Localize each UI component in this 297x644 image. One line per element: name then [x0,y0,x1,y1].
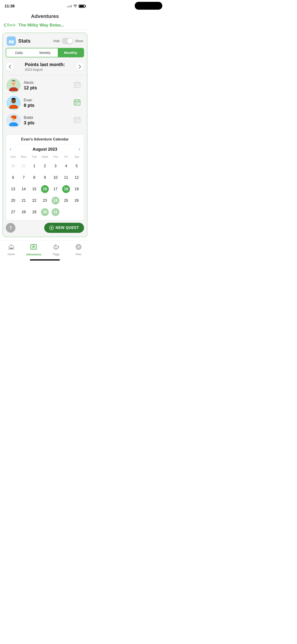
svg-rect-44 [77,120,77,121]
status-icons [67,4,85,8]
svg-point-37 [13,118,13,119]
cal-next-button[interactable]: › [78,147,80,152]
back-label: Back [7,23,16,28]
cal-day-18[interactable]: 18 [61,183,71,195]
cal-day[interactable]: 3 [50,160,61,172]
cal-day-31[interactable]: 31 [50,206,61,218]
cal-row-3: 13 14 15 16 17 18 19 [8,183,82,195]
cal-day[interactable]: 22 [29,195,40,206]
cal-day[interactable]: 7 [18,172,29,183]
status-bar: 11:38 [0,0,90,12]
tab-monthly[interactable]: Monthly [58,48,84,57]
nav-item-hero[interactable]: Hero [70,244,86,256]
svg-point-55 [55,248,56,248]
avatar-evan [7,96,20,110]
period-next-button[interactable] [76,63,84,71]
svg-rect-6 [11,42,12,43]
svg-rect-46 [75,121,76,122]
period-nav: Points last month: 2023 August [3,60,87,73]
cal-day[interactable]: 23 [40,195,50,206]
svg-point-23 [14,101,15,101]
dow-mon: Mon [18,154,29,160]
svg-rect-4 [12,41,13,42]
help-button[interactable]: ? [6,223,16,233]
calendar-grid: Sun Mon Tue Wed Thu Fri Sat 30 31 1 2 3 … [6,154,84,220]
cal-day[interactable]: 6 [8,172,18,183]
avatar-alexis [7,78,20,92]
svg-rect-16 [77,85,77,86]
cal-day[interactable]: 19 [71,183,82,195]
cal-day[interactable]: 2 [40,160,50,172]
cal-day[interactable]: 1 [29,160,40,172]
svg-rect-26 [75,100,76,101]
period-prev-button[interactable] [6,63,14,71]
nav-label-home: Home [8,253,15,256]
cal-day[interactable]: 5 [71,160,82,172]
back-button[interactable]: Back [4,23,16,28]
tabs-container: Daily Weekly Monthly [6,48,84,57]
cal-day[interactable]: 27 [8,206,18,218]
nav-label-hero: Hero [76,253,82,256]
calendar-badge-bobbi[interactable] [74,116,81,125]
toggle-hide-label: Hide [53,39,60,43]
user-list: Alexis 12 pts [3,78,87,132]
cal-day[interactable]: 20 [8,195,18,206]
tab-weekly[interactable]: Weekly [32,48,58,57]
calendar-badge-evan[interactable] [74,98,81,108]
tab-daily[interactable]: Daily [6,48,32,57]
cal-day[interactable]: 11 [61,172,71,183]
user-name-alexis: Alexis [24,80,37,85]
svg-rect-28 [75,102,76,103]
cal-day[interactable]: 10 [50,172,61,183]
status-time: 11:38 [4,4,14,8]
cal-day[interactable]: 26 [71,195,82,206]
svg-rect-45 [78,120,79,121]
cal-day[interactable]: 31 [18,160,29,172]
calendar-badge-alexis[interactable] [74,81,81,90]
cal-day[interactable]: 28 [18,206,29,218]
cal-day-16[interactable]: 16 [40,183,50,195]
cal-day-30[interactable]: 30 [40,206,50,218]
cal-prev-button[interactable]: ‹ [10,147,11,152]
svg-point-60 [78,246,79,248]
cal-day[interactable]: 15 [29,183,40,195]
cal-day[interactable]: 13 [8,183,18,195]
nav-item-home[interactable]: Home [3,244,19,256]
cal-day[interactable]: 12 [71,172,82,183]
cal-day[interactable]: 4 [61,160,71,172]
nav-title: The Milky Way Boba... [18,22,64,28]
cal-day[interactable]: 21 [18,195,29,206]
svg-rect-14 [78,82,79,83]
svg-point-54 [55,247,56,247]
cal-row-2: 6 7 8 9 10 11 12 [8,172,82,183]
cal-month: August 2023 [32,147,57,152]
cal-day[interactable]: 29 [29,206,40,218]
svg-rect-31 [75,104,76,104]
cal-day[interactable]: 8 [29,172,40,183]
dow-sun: Sun [8,154,18,160]
cal-day[interactable]: 30 [8,160,18,172]
user-row-alexis: Alexis 12 pts [7,78,83,92]
user-name-bobbi: Bobbi [24,116,34,120]
user-pts-alexis: 12 pts [24,85,37,90]
nav-item-piggy[interactable]: Piggy [48,244,64,256]
svg-rect-30 [78,102,79,103]
toggle-switch[interactable] [62,38,73,44]
svg-rect-27 [78,100,79,101]
cal-day[interactable]: 14 [18,183,29,195]
dow-tue: Tue [29,154,40,160]
nav-item-adventures[interactable]: Adventures [26,244,42,256]
cal-day [61,206,71,218]
cal-day-24[interactable]: 24 [50,195,61,206]
user-info-alexis: Alexis 12 pts [24,80,37,90]
cal-day[interactable]: 9 [40,172,50,183]
svg-rect-15 [75,85,76,86]
svg-point-59 [77,245,80,248]
svg-rect-29 [77,102,77,103]
cal-day[interactable]: 17 [50,183,61,195]
svg-rect-32 [77,104,77,104]
svg-rect-5 [10,42,10,43]
cal-day[interactable]: 25 [61,195,71,206]
new-quest-button[interactable]: NEW QUEST [44,223,84,233]
main-card: Stats Hide Show Daily Weekly Monthly Poi… [2,32,88,237]
